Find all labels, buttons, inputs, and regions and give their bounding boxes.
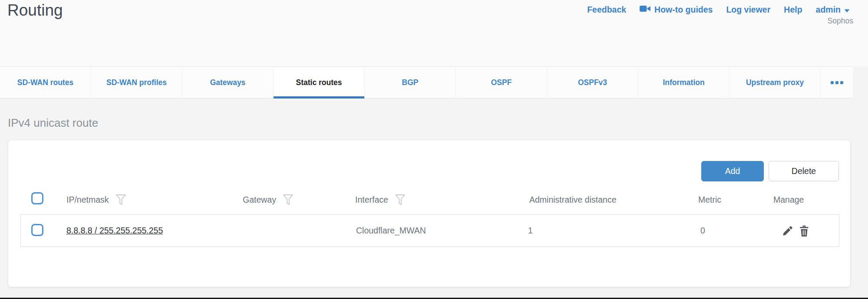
- routing-page: Routing Feedback How-to guides Log viewe…: [0, 0, 868, 299]
- filter-icon[interactable]: [283, 194, 294, 206]
- routes-card: Add Delete IP/netmask Gateway Interface …: [8, 140, 851, 287]
- log-viewer-link[interactable]: Log viewer: [726, 5, 770, 15]
- page-title: Routing: [7, 1, 63, 20]
- cell-ip-netmask: 8.8.8.8 / 255.255.255.255: [66, 215, 163, 246]
- column-header-manage: Manage: [773, 194, 804, 206]
- column-header-interface: Interface: [355, 194, 406, 206]
- delete-button[interactable]: Delete: [769, 161, 839, 181]
- route-link[interactable]: 8.8.8.8 / 255.255.255.255: [66, 226, 163, 236]
- help-label: Help: [784, 5, 802, 15]
- section-heading: IPv4 unicast route: [8, 116, 98, 130]
- checkbox-icon: [31, 192, 43, 204]
- tab-information[interactable]: Information: [638, 67, 729, 98]
- feedback-link[interactable]: Feedback: [587, 5, 626, 15]
- edit-pencil-icon[interactable]: [782, 225, 794, 237]
- column-header-metric: Metric: [698, 194, 721, 206]
- delete-trash-icon[interactable]: [799, 225, 810, 237]
- column-label: Metric: [698, 195, 721, 205]
- filter-icon[interactable]: [116, 194, 126, 206]
- tab-static-routes[interactable]: Static routes: [274, 67, 365, 98]
- tab-upstream-proxy[interactable]: Upstream proxy: [729, 67, 821, 98]
- column-header-admin-distance: Administrative distance: [529, 194, 617, 206]
- admin-menu-button[interactable]: admin: [816, 5, 850, 15]
- video-camera-icon: [640, 5, 651, 15]
- tab-bgp[interactable]: BGP: [365, 67, 456, 98]
- table-row: 8.8.8.8 / 255.255.255.255 Cloudflare_MWA…: [20, 214, 839, 247]
- add-button[interactable]: Add: [701, 161, 764, 181]
- page-header: Routing Feedback How-to guides Log viewe…: [0, 0, 868, 66]
- tab-gateways[interactable]: Gateways: [182, 67, 274, 98]
- howto-guides-link[interactable]: How-to guides: [640, 5, 713, 15]
- caret-down-icon: [844, 5, 850, 15]
- feedback-label: Feedback: [587, 5, 626, 15]
- tab-label: Gateways: [210, 78, 246, 87]
- row-actions: [782, 215, 810, 246]
- ellipsis-icon: [835, 81, 838, 84]
- ellipsis-icon: [840, 81, 843, 84]
- tab-label: SD-WAN routes: [17, 78, 73, 87]
- cell-interface: Cloudflare_MWAN: [356, 215, 426, 246]
- log-viewer-label: Log viewer: [726, 5, 770, 15]
- brand-label: Sophos: [828, 16, 853, 26]
- tab-label: OSPF: [491, 78, 512, 87]
- tab-label: Upstream proxy: [746, 78, 804, 87]
- tab-label: OSPFv3: [578, 78, 607, 87]
- tab-label: BGP: [402, 78, 419, 87]
- cell-admin-distance: 1: [528, 215, 533, 246]
- column-label: Administrative distance: [529, 195, 617, 205]
- column-label: Interface: [355, 195, 388, 205]
- tab-label: Static routes: [296, 78, 342, 87]
- ellipsis-icon: [831, 81, 834, 84]
- select-all-checkbox[interactable]: [31, 192, 43, 204]
- column-label: Gateway: [243, 195, 276, 205]
- admin-label: admin: [816, 5, 841, 15]
- column-header-gateway: Gateway: [243, 194, 294, 206]
- column-header-ip-netmask: IP/netmask: [66, 194, 126, 206]
- howto-guides-label: How-to guides: [654, 5, 713, 15]
- tab-sd-wan-routes[interactable]: SD-WAN routes: [0, 67, 91, 98]
- tab-ospf[interactable]: OSPF: [456, 67, 547, 98]
- cell-metric: 0: [700, 215, 705, 246]
- checkbox-icon: [31, 224, 43, 236]
- column-label: IP/netmask: [66, 195, 109, 205]
- tab-label: SD-WAN profiles: [106, 78, 167, 87]
- top-nav: Feedback How-to guides Log viewer Help a…: [587, 5, 850, 15]
- tab-ospfv3[interactable]: OSPFv3: [547, 67, 638, 98]
- filter-icon[interactable]: [395, 194, 406, 206]
- help-link[interactable]: Help: [784, 5, 802, 15]
- tab-label: Information: [663, 78, 704, 87]
- tab-sd-wan-profiles[interactable]: SD-WAN profiles: [91, 67, 182, 98]
- column-label: Manage: [773, 195, 804, 205]
- routing-tabbar: SD-WAN routes SD-WAN profiles Gateways S…: [0, 66, 853, 99]
- row-checkbox[interactable]: [31, 224, 43, 236]
- tabs-overflow-button[interactable]: [821, 67, 853, 98]
